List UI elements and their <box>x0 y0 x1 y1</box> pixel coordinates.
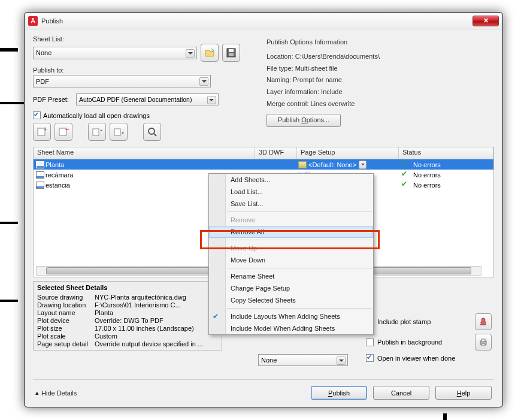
folder-arrow-icon <box>204 47 215 58</box>
layout-icon <box>36 171 44 179</box>
publish-options-button[interactable]: Publish Options... <box>266 114 341 127</box>
plotstamp-settings-button[interactable] <box>475 313 492 330</box>
add-sheets-button[interactable]: + <box>33 123 51 141</box>
ctx-include-layouts[interactable]: ✔Include Layouts When Adding Sheets <box>209 310 373 322</box>
svg-rect-14 <box>481 344 485 346</box>
chevron-down-icon <box>199 77 208 86</box>
detail-value: Custom <box>95 333 218 340</box>
precision-select[interactable]: None <box>258 354 348 366</box>
ctx-load-list[interactable]: Load List... <box>209 186 373 198</box>
chevron-down-icon <box>337 356 346 365</box>
sheetlist-select[interactable]: None <box>33 47 197 59</box>
publishto-label: Publish to: <box>33 67 249 74</box>
check-icon <box>401 171 411 179</box>
svg-text:+: + <box>44 126 47 132</box>
svg-text:–: – <box>65 126 69 132</box>
move-down-button[interactable] <box>110 123 128 141</box>
col-pagesetup[interactable]: Page Setup <box>297 147 399 159</box>
pdfpreset-label: PDF Preset: <box>33 96 69 103</box>
background-checkbox[interactable] <box>366 339 374 346</box>
info-merge: Merge control: Lines overwrite <box>266 98 494 110</box>
detail-value: Override: DWG To PDF <box>95 317 218 324</box>
autoload-checkbox[interactable] <box>33 111 41 119</box>
detail-value: Planta <box>95 309 218 316</box>
col-status[interactable]: Status <box>399 147 493 159</box>
pdfpreset-select[interactable]: AutoCAD PDF (General Documentation) <box>76 93 219 105</box>
stamp-icon <box>478 317 488 327</box>
layout-icon <box>36 182 44 189</box>
sheetname-cell: Planta <box>46 161 64 168</box>
pdfpreset-value: AutoCAD PDF (General Documentation) <box>79 96 192 103</box>
hide-details-toggle[interactable]: ▴ Hide Details <box>35 389 77 397</box>
viewer-checkbox[interactable] <box>366 354 374 362</box>
col-sheetname[interactable]: Sheet Name <box>34 147 255 159</box>
detail-label: Layout name <box>37 309 95 316</box>
pagesetup-cell: <Default: None> <box>308 161 356 168</box>
ctx-change-pagesetup[interactable]: Change Page Setup <box>209 282 373 294</box>
sheetname-cell: recámara <box>46 171 73 179</box>
hide-details-label: Hide Details <box>41 389 77 397</box>
cancel-button[interactable]: Cancel <box>373 386 429 400</box>
ctx-move-down[interactable]: Move Down <box>209 254 373 266</box>
detail-label: Source drawing <box>37 294 95 301</box>
publishto-select[interactable]: PDF <box>33 75 211 87</box>
sheetname-cell: estancia <box>46 182 70 189</box>
svg-rect-7 <box>93 129 99 135</box>
detail-value: 17.00 x 11.00 inches (Landscape) <box>95 325 218 332</box>
titlebar: A Publish ✕ <box>25 13 502 29</box>
chevron-down-icon <box>186 49 195 58</box>
selected-sheet-details: Selected Sheet Details Source drawingNYC… <box>33 281 222 350</box>
help-button[interactable]: Help <box>435 386 492 400</box>
sheet-table-header: Sheet Name 3D DWF Page Setup Status <box>34 147 493 159</box>
close-button[interactable]: ✕ <box>472 16 499 26</box>
publish-side-options: Include plot stamp Publish in background… <box>366 313 492 362</box>
preview-button[interactable] <box>143 123 161 141</box>
check-icon: ✔ <box>213 312 219 321</box>
ctx-remove-all[interactable]: Remove All <box>209 226 373 238</box>
ctx-copy-selected[interactable]: Copy Selected Sheets <box>209 294 373 306</box>
sheetlist-value: None <box>36 49 52 56</box>
sheet-up-icon <box>92 126 102 137</box>
detail-label: Plot size <box>37 325 95 332</box>
publish-button[interactable]: PPublishublish <box>311 386 367 400</box>
info-naming: Naming: Prompt for name <box>266 74 494 86</box>
detail-value: Override output device specified in ... <box>95 340 218 348</box>
remove-sheets-button[interactable]: – <box>54 123 72 141</box>
info-location: Location: C:\Users\Brenda\documents\ <box>266 51 494 63</box>
pagesetup-dropdown[interactable] <box>359 161 367 169</box>
save-sheetlist-button[interactable] <box>222 44 240 62</box>
ctx-move-up: Move Up <box>209 242 373 254</box>
open-sheetlist-button[interactable] <box>201 44 219 62</box>
ctx-add-sheets[interactable]: Add Sheets... <box>209 174 373 186</box>
background-settings-button[interactable] <box>475 334 492 350</box>
svg-rect-2 <box>229 53 234 56</box>
table-row[interactable]: Planta <Default: None> No errors <box>34 159 493 170</box>
move-up-button[interactable] <box>88 123 106 141</box>
ctx-save-list[interactable]: Save List... <box>209 198 373 210</box>
printer-icon <box>478 337 488 347</box>
sheet-minus-icon: – <box>58 126 69 137</box>
svg-rect-1 <box>229 49 234 52</box>
details-heading: Selected Sheet Details <box>37 283 218 294</box>
triangle-up-icon: ▴ <box>35 389 39 397</box>
detail-value: F:\Cursos\01 Interiorismo C... <box>95 301 218 309</box>
viewer-label: Open in viewer when done <box>377 355 455 362</box>
ctx-rename-sheet[interactable]: Rename Sheet <box>209 270 373 282</box>
autoload-label: Automatically load all open drawings <box>43 112 150 119</box>
window-title: Publish <box>41 17 472 25</box>
context-menu: Add Sheets... Load List... Save List... … <box>208 173 374 335</box>
svg-rect-13 <box>481 339 485 342</box>
detail-value: NYC-Planta arquitectónica.dwg <box>95 294 218 301</box>
detail-label: Drawing location <box>37 301 95 309</box>
background-label: Publish in background <box>377 339 442 346</box>
sheet-down-icon <box>113 126 124 137</box>
status-cell: No errors <box>413 182 441 189</box>
svg-point-9 <box>149 128 155 134</box>
col-3ddwf[interactable]: 3D DWF <box>255 147 297 159</box>
sheet-plus-icon: + <box>37 126 47 137</box>
precision-value: None <box>261 356 277 364</box>
chevron-down-icon <box>207 96 216 104</box>
status-cell: No errors <box>413 161 441 168</box>
publish-dialog: A Publish ✕ Sheet List: None <box>24 12 503 407</box>
ctx-include-model[interactable]: Include Model When Adding Sheets <box>209 322 373 334</box>
